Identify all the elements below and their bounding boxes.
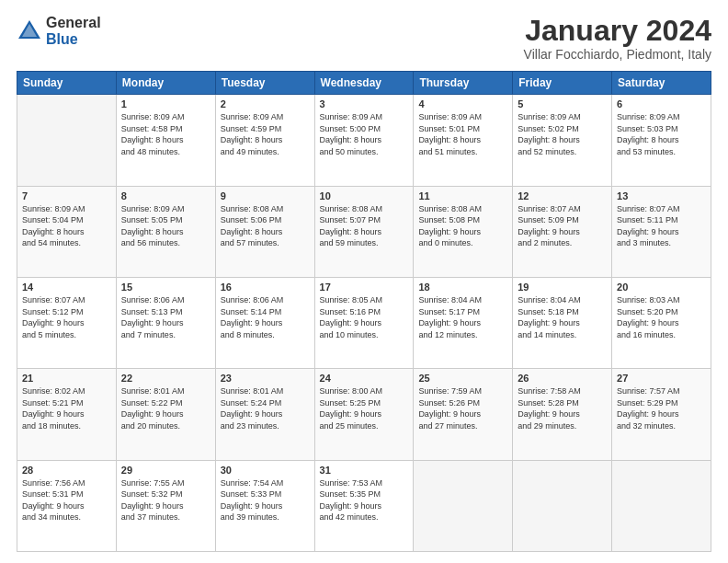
day-number: 30: [221, 465, 310, 476]
day-number: 5: [518, 98, 607, 109]
day-info: Sunrise: 8:09 AM Sunset: 4:59 PM Dayligh…: [221, 111, 310, 157]
weekday-header-saturday: Saturday: [612, 72, 711, 95]
day-number: 27: [617, 373, 706, 384]
calendar-cell: 8Sunrise: 8:09 AM Sunset: 5:05 PM Daylig…: [116, 186, 215, 277]
day-info: Sunrise: 8:09 AM Sunset: 5:02 PM Dayligh…: [518, 111, 607, 157]
day-info: Sunrise: 8:08 AM Sunset: 5:08 PM Dayligh…: [418, 203, 507, 249]
calendar-cell: 21Sunrise: 8:02 AM Sunset: 5:21 PM Dayli…: [17, 369, 117, 460]
day-info: Sunrise: 8:08 AM Sunset: 5:07 PM Dayligh…: [320, 203, 409, 249]
day-info: Sunrise: 8:04 AM Sunset: 5:17 PM Dayligh…: [418, 294, 507, 340]
calendar-cell: 29Sunrise: 7:55 AM Sunset: 5:32 PM Dayli…: [116, 460, 215, 551]
day-number: 31: [320, 465, 409, 476]
day-info: Sunrise: 7:53 AM Sunset: 5:35 PM Dayligh…: [320, 477, 409, 523]
day-info: Sunrise: 8:08 AM Sunset: 5:06 PM Dayligh…: [221, 203, 310, 249]
calendar-cell: 16Sunrise: 8:06 AM Sunset: 5:14 PM Dayli…: [215, 277, 314, 368]
calendar-week-row: 7Sunrise: 8:09 AM Sunset: 5:04 PM Daylig…: [17, 186, 711, 277]
day-number: 12: [518, 190, 607, 201]
weekday-header-monday: Monday: [116, 72, 215, 95]
day-info: Sunrise: 8:06 AM Sunset: 5:13 PM Dayligh…: [121, 294, 210, 340]
calendar-cell: 19Sunrise: 8:04 AM Sunset: 5:18 PM Dayli…: [513, 277, 612, 368]
day-number: 4: [418, 98, 507, 109]
day-number: 22: [121, 373, 210, 384]
day-number: 3: [320, 98, 409, 109]
page: General Blue January 2024 Villar Focchia…: [0, 0, 728, 563]
day-number: 8: [121, 190, 210, 201]
day-number: 24: [320, 373, 409, 384]
calendar-week-row: 21Sunrise: 8:02 AM Sunset: 5:21 PM Dayli…: [17, 369, 711, 460]
logo-icon: [17, 18, 42, 44]
day-number: 29: [121, 465, 210, 476]
calendar-cell: 10Sunrise: 8:08 AM Sunset: 5:07 PM Dayli…: [314, 186, 414, 277]
calendar-cell: 25Sunrise: 7:59 AM Sunset: 5:26 PM Dayli…: [414, 369, 513, 460]
day-info: Sunrise: 8:01 AM Sunset: 5:22 PM Dayligh…: [121, 385, 210, 431]
calendar-cell: [414, 460, 513, 551]
day-number: 21: [22, 373, 111, 384]
day-number: 23: [221, 373, 310, 384]
day-number: 20: [617, 282, 706, 293]
day-info: Sunrise: 8:09 AM Sunset: 5:01 PM Dayligh…: [418, 111, 507, 157]
day-info: Sunrise: 8:09 AM Sunset: 5:03 PM Dayligh…: [617, 111, 706, 157]
day-number: 15: [121, 282, 210, 293]
day-number: 1: [121, 98, 210, 109]
logo-general-text: General: [46, 15, 101, 31]
calendar-cell: 2Sunrise: 8:09 AM Sunset: 4:59 PM Daylig…: [215, 95, 314, 186]
weekday-header-row: SundayMondayTuesdayWednesdayThursdayFrid…: [17, 72, 711, 95]
calendar-cell: [513, 460, 612, 551]
calendar-week-row: 1Sunrise: 8:09 AM Sunset: 4:58 PM Daylig…: [17, 95, 711, 186]
day-number: 26: [518, 373, 607, 384]
day-info: Sunrise: 8:02 AM Sunset: 5:21 PM Dayligh…: [22, 385, 111, 431]
day-number: 25: [418, 373, 507, 384]
calendar-cell: 31Sunrise: 7:53 AM Sunset: 5:35 PM Dayli…: [314, 460, 414, 551]
day-number: 17: [320, 282, 409, 293]
day-info: Sunrise: 8:03 AM Sunset: 5:20 PM Dayligh…: [617, 294, 706, 340]
day-info: Sunrise: 8:07 AM Sunset: 5:09 PM Dayligh…: [518, 203, 607, 249]
calendar-cell: 1Sunrise: 8:09 AM Sunset: 4:58 PM Daylig…: [116, 95, 215, 186]
day-number: 14: [22, 282, 111, 293]
day-info: Sunrise: 7:59 AM Sunset: 5:26 PM Dayligh…: [418, 385, 507, 431]
weekday-header-sunday: Sunday: [17, 72, 117, 95]
weekday-header-thursday: Thursday: [414, 72, 513, 95]
calendar-cell: 7Sunrise: 8:09 AM Sunset: 5:04 PM Daylig…: [17, 186, 117, 277]
calendar-cell: 15Sunrise: 8:06 AM Sunset: 5:13 PM Dayli…: [116, 277, 215, 368]
day-number: 7: [22, 190, 111, 201]
logo: General Blue: [17, 15, 101, 47]
calendar-cell: 20Sunrise: 8:03 AM Sunset: 5:20 PM Dayli…: [612, 277, 711, 368]
day-number: 2: [221, 98, 310, 109]
day-number: 11: [418, 190, 507, 201]
calendar-cell: 30Sunrise: 7:54 AM Sunset: 5:33 PM Dayli…: [215, 460, 314, 551]
weekday-header-tuesday: Tuesday: [215, 72, 314, 95]
calendar-cell: 27Sunrise: 7:57 AM Sunset: 5:29 PM Dayli…: [612, 369, 711, 460]
day-number: 18: [418, 282, 507, 293]
calendar-cell: 13Sunrise: 8:07 AM Sunset: 5:11 PM Dayli…: [612, 186, 711, 277]
calendar-cell: 14Sunrise: 8:07 AM Sunset: 5:12 PM Dayli…: [17, 277, 117, 368]
day-number: 9: [221, 190, 310, 201]
calendar-cell: 22Sunrise: 8:01 AM Sunset: 5:22 PM Dayli…: [116, 369, 215, 460]
day-number: 28: [22, 465, 111, 476]
day-info: Sunrise: 8:01 AM Sunset: 5:24 PM Dayligh…: [221, 385, 310, 431]
day-number: 16: [221, 282, 310, 293]
calendar-cell: [612, 460, 711, 551]
day-number: 10: [320, 190, 409, 201]
day-info: Sunrise: 8:07 AM Sunset: 5:12 PM Dayligh…: [22, 294, 111, 340]
day-info: Sunrise: 8:06 AM Sunset: 5:14 PM Dayligh…: [221, 294, 310, 340]
logo-blue-text: Blue: [46, 31, 101, 48]
day-info: Sunrise: 8:09 AM Sunset: 5:00 PM Dayligh…: [320, 111, 409, 157]
day-info: Sunrise: 8:05 AM Sunset: 5:16 PM Dayligh…: [320, 294, 409, 340]
calendar-cell: 11Sunrise: 8:08 AM Sunset: 5:08 PM Dayli…: [414, 186, 513, 277]
calendar-cell: 24Sunrise: 8:00 AM Sunset: 5:25 PM Dayli…: [314, 369, 414, 460]
logo-text: General Blue: [46, 15, 101, 47]
calendar-week-row: 28Sunrise: 7:56 AM Sunset: 5:31 PM Dayli…: [17, 460, 711, 551]
calendar-cell: 26Sunrise: 7:58 AM Sunset: 5:28 PM Dayli…: [513, 369, 612, 460]
day-number: 13: [617, 190, 706, 201]
day-info: Sunrise: 7:56 AM Sunset: 5:31 PM Dayligh…: [22, 477, 111, 523]
calendar-cell: 17Sunrise: 8:05 AM Sunset: 5:16 PM Dayli…: [314, 277, 414, 368]
day-info: Sunrise: 8:09 AM Sunset: 5:04 PM Dayligh…: [22, 203, 111, 249]
calendar-cell: 4Sunrise: 8:09 AM Sunset: 5:01 PM Daylig…: [414, 95, 513, 186]
weekday-header-friday: Friday: [513, 72, 612, 95]
day-info: Sunrise: 7:57 AM Sunset: 5:29 PM Dayligh…: [617, 385, 706, 431]
month-title: January 2024: [524, 15, 711, 47]
weekday-header-wednesday: Wednesday: [314, 72, 414, 95]
calendar-cell: 3Sunrise: 8:09 AM Sunset: 5:00 PM Daylig…: [314, 95, 414, 186]
day-info: Sunrise: 7:55 AM Sunset: 5:32 PM Dayligh…: [121, 477, 210, 523]
day-info: Sunrise: 8:04 AM Sunset: 5:18 PM Dayligh…: [518, 294, 607, 340]
